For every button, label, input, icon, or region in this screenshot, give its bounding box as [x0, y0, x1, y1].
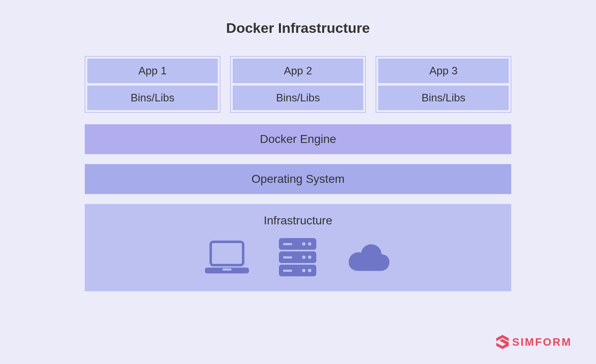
cloud-icon	[346, 243, 391, 272]
container-3: App 3 Bins/Libs	[376, 56, 511, 113]
simform-logo-icon	[496, 335, 509, 349]
svg-point-14	[308, 269, 311, 272]
app-box: App 2	[233, 59, 363, 83]
libs-box: Bins/Libs	[87, 86, 218, 110]
docker-engine-layer: Docker Engine	[85, 124, 511, 154]
svg-rect-8	[283, 256, 292, 258]
container-1: App 1 Bins/Libs	[85, 56, 220, 113]
infrastructure-layer: Infrastructure	[85, 204, 511, 291]
svg-point-10	[308, 256, 311, 259]
brand-name: SIMFORM	[512, 336, 572, 349]
svg-point-9	[302, 256, 305, 259]
server-icon	[279, 238, 316, 276]
libs-box: Bins/Libs	[378, 86, 509, 110]
app-box: App 1	[87, 59, 218, 83]
app-box: App 3	[378, 59, 509, 83]
operating-system-layer: Operating System	[85, 164, 511, 194]
infrastructure-label: Infrastructure	[85, 214, 511, 227]
svg-rect-2	[222, 268, 232, 271]
svg-rect-12	[283, 270, 292, 272]
svg-point-6	[308, 242, 311, 246]
svg-rect-0	[211, 242, 243, 265]
laptop-icon	[205, 240, 249, 274]
svg-point-13	[302, 269, 305, 272]
svg-rect-4	[283, 243, 292, 245]
diagram-title: Docker Infrastructure	[0, 20, 596, 36]
infrastructure-icons	[85, 238, 511, 276]
containers-row: App 1 Bins/Libs App 2 Bins/Libs App 3 Bi…	[85, 56, 511, 113]
brand-logo: SIMFORM	[496, 335, 572, 349]
diagram-container: App 1 Bins/Libs App 2 Bins/Libs App 3 Bi…	[85, 56, 511, 291]
svg-point-5	[302, 242, 305, 246]
container-2: App 2 Bins/Libs	[230, 56, 366, 113]
libs-box: Bins/Libs	[233, 86, 363, 110]
